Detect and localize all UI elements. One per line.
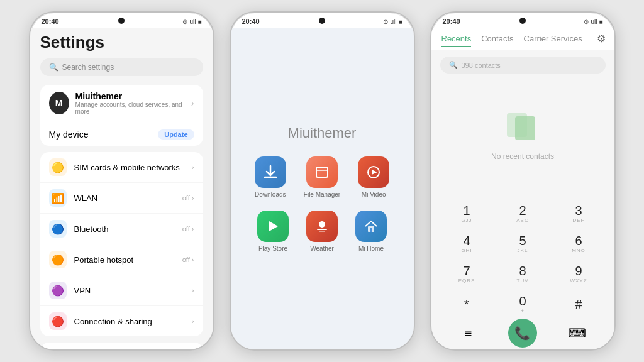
keyboard-btn[interactable]: ⌨	[555, 321, 598, 346]
settings-search-bar[interactable]: 🔍 Search settings	[40, 58, 203, 76]
dial-num-3: 3	[575, 204, 582, 217]
dial-sub-2: ABC	[516, 217, 528, 223]
hotspot-icon: 🟠	[49, 251, 67, 268]
status-icons-2: ⊙ ull ■	[383, 18, 402, 25]
sim-icon: 🟡	[49, 158, 67, 176]
dial-btn-7[interactable]: 7PQRS	[445, 260, 488, 288]
app-row-1: Downloads File Manager Mi Video	[255, 156, 389, 198]
avatar: M	[49, 92, 69, 114]
dial-sub-6: MNO	[572, 248, 586, 253]
dial-row-3: 7PQRS 8TUV 9WXYZ	[439, 260, 607, 288]
account-card[interactable]: M Miuithemer Manage accounts, cloud serv…	[40, 85, 203, 146]
app-file-manager[interactable]: File Manager	[304, 156, 340, 198]
vol-down-button-3	[430, 101, 431, 132]
item-label-wlan: WLAN	[74, 194, 175, 203]
status-icons: ⊙ ull ■	[182, 18, 201, 25]
dial-btn-3[interactable]: 3DEF	[557, 200, 600, 228]
phone-settings: 20:40 ⊙ ull ■ Settings 🔍 Search settings…	[29, 11, 214, 351]
file-manager-icon	[306, 156, 338, 188]
no-recents-text: No recent contacts	[491, 152, 554, 161]
wlan-icon: 📶	[49, 189, 67, 207]
vol-up-button	[29, 75, 30, 94]
dial-btn-0[interactable]: 0+	[501, 290, 544, 318]
vol-down-button	[29, 101, 30, 132]
dialer-search-bar[interactable]: 🔍 398 contacts	[440, 57, 606, 74]
settings-item-wallpaper[interactable]: 🔵 Wallpaper & personalization ›	[40, 343, 203, 349]
settings-item-sim[interactable]: 🟡 SIM cards & mobile networks ›	[40, 152, 203, 183]
item-label-vpn: VPN	[74, 286, 184, 295]
dial-row-4: * 0+ #	[439, 290, 607, 318]
app-mi-home[interactable]: Mi Home	[355, 211, 387, 252]
punch-hole	[118, 18, 125, 24]
app-weather[interactable]: Weather	[306, 211, 338, 252]
dial-num-hash: #	[575, 298, 582, 310]
no-recents-icon	[504, 110, 541, 147]
signal-icon-2: ⊙	[383, 18, 388, 25]
dial-sub-1: GJJ	[461, 217, 472, 223]
mi-video-label: Mi Video	[362, 191, 386, 198]
dial-num-0: 0	[519, 295, 526, 307]
dial-btn-5[interactable]: 5JKL	[501, 230, 544, 258]
dial-btn-star[interactable]: *	[445, 290, 488, 318]
battery-icon-3: ■	[599, 18, 602, 25]
tab-contacts[interactable]: Contacts	[481, 31, 513, 47]
file-manager-label: File Manager	[304, 191, 340, 198]
update-badge[interactable]: Update	[158, 129, 194, 140]
wallpaper-icon: 🔵	[49, 349, 67, 349]
tab-carrier[interactable]: Carrier Services	[524, 31, 582, 47]
dial-num-7: 7	[463, 265, 470, 277]
status-time-3: 20:40	[443, 18, 460, 25]
signal-icon-3: ⊙	[584, 18, 589, 25]
dial-num-2: 2	[519, 204, 526, 217]
punch-hole-3	[519, 18, 526, 24]
dial-btn-6[interactable]: 6MNO	[557, 230, 600, 258]
search-icon-dialer: 🔍	[449, 61, 458, 69]
settings-item-connection[interactable]: 🔴 Connection & sharing ›	[40, 306, 203, 336]
dial-sub-3: DEF	[573, 217, 585, 223]
svg-rect-6	[370, 228, 372, 232]
dial-num-6: 6	[575, 234, 582, 247]
power-button-2	[414, 88, 415, 119]
account-name: Miuithemer	[75, 91, 185, 101]
app-play-store[interactable]: Play Store	[257, 211, 289, 252]
dial-btn-9[interactable]: 9WXYZ	[557, 260, 600, 288]
gear-icon[interactable]: ⚙	[597, 33, 606, 45]
search-placeholder: Search settings	[62, 63, 114, 72]
weather-label: Weather	[310, 245, 334, 252]
app-row-2: Play Store Weather Mi Home	[257, 211, 387, 252]
dial-num-9: 9	[575, 265, 582, 277]
settings-item-wlan[interactable]: 📶 WLAN off ›	[40, 183, 203, 214]
dial-row-1: 1GJJ 2ABC 3DEF	[439, 200, 607, 228]
dial-btn-4[interactable]: 4GHI	[445, 230, 488, 258]
settings-item-hotspot[interactable]: 🟠 Portable hotspot off ›	[40, 244, 203, 275]
dial-btn-2[interactable]: 2ABC	[501, 200, 544, 228]
mi-video-icon	[358, 156, 389, 188]
account-row: M Miuithemer Manage accounts, cloud serv…	[49, 91, 194, 115]
app-downloads[interactable]: Downloads	[255, 156, 286, 198]
dial-sub-8: TUV	[517, 278, 529, 283]
dialer-screen: Recents Contacts Carrier Services 🔍 398 …	[431, 28, 614, 349]
device-row[interactable]: My device Update	[49, 123, 194, 140]
voicemail-btn[interactable]: ≡	[447, 321, 490, 346]
battery-icon: ■	[197, 18, 201, 25]
battery-icon-2: ■	[398, 18, 402, 25]
settings-item-bluetooth[interactable]: 🔵 Bluetooth off ›	[40, 214, 203, 244]
settings-item-vpn[interactable]: 🟣 VPN ›	[40, 275, 203, 306]
dial-num-5: 5	[519, 234, 526, 247]
status-time-2: 20:40	[242, 18, 260, 25]
play-store-label: Play Store	[258, 245, 287, 252]
settings-network-list: 🟡 SIM cards & mobile networks › 📶 WLAN o…	[40, 152, 203, 336]
app-mi-video[interactable]: Mi Video	[358, 156, 389, 198]
dial-sub-7: PQRS	[458, 278, 475, 283]
power-button	[213, 88, 214, 119]
settings-personalization-list: 🔵 Wallpaper & personalization › 🔷 Always…	[40, 343, 203, 349]
svg-point-4	[319, 221, 325, 228]
item-chevron-sim: ›	[192, 163, 194, 171]
call-button[interactable]: 📞	[508, 319, 537, 348]
dial-btn-hash[interactable]: #	[557, 290, 600, 318]
tab-recents[interactable]: Recents	[441, 31, 472, 47]
no-recents-area: No recent contacts	[431, 77, 614, 200]
svg-marker-2	[372, 170, 377, 175]
dial-btn-8[interactable]: 8TUV	[501, 260, 544, 288]
dial-btn-1[interactable]: 1GJJ	[445, 200, 488, 228]
